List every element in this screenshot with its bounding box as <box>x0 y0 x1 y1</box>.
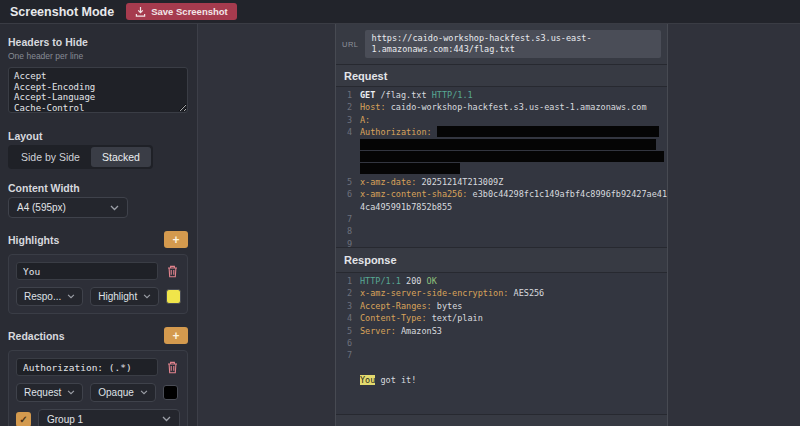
redaction-bar <box>360 139 656 150</box>
url-label: URL <box>342 40 359 49</box>
redaction-group-value: Group 1 <box>47 414 83 425</box>
top-bar: Screenshot Mode Save Screenshot <box>0 0 800 24</box>
layout-toggle-group: Side by Side Stacked <box>8 145 153 169</box>
code-line: 1HTTP/1.1 200 OK <box>336 275 667 287</box>
highlight-style-select[interactable]: Highlight <box>90 287 159 306</box>
code-line: 6 <box>336 337 667 349</box>
code-line: 2Host: caido-workshop-hackfest.s3.us-eas… <box>336 101 667 113</box>
response-code: 1HTTP/1.1 200 OK2x-amz-server-side-encry… <box>336 272 667 415</box>
code-line: 7 <box>336 213 667 225</box>
redaction-target-value: Request <box>24 387 61 398</box>
redaction-enabled-checkbox[interactable]: ✓ <box>16 412 31 426</box>
code-line: 4ca495991b7852b855 <box>336 201 667 213</box>
delete-highlight-button[interactable] <box>165 265 180 278</box>
redaction-group-select[interactable]: Group 1 <box>38 409 180 426</box>
add-highlight-button[interactable]: + <box>164 231 188 248</box>
content-width-label: Content Width <box>8 182 189 194</box>
redaction-bar <box>360 151 664 162</box>
request-code: 1GET /flag.txt HTTP/1.12Host: caido-work… <box>336 86 667 247</box>
request-title: Request <box>344 70 387 82</box>
highlight-rule-card: Respo... Highlight <box>8 254 188 314</box>
headers-to-hide-hint: One header per line <box>8 51 189 61</box>
page-title: Screenshot Mode <box>10 5 114 19</box>
redaction-bar <box>437 126 659 137</box>
chevron-down-icon <box>143 294 151 299</box>
code-line: 8 <box>336 225 667 237</box>
code-line: 6x-amz-content-sha256: e3b0c44298fc1c149… <box>336 188 667 200</box>
chevron-down-icon <box>110 205 119 211</box>
screenshot-preview-panel: URL https://caido-workshop-hackfest.s3.u… <box>335 24 668 426</box>
redactions-section: Redactions + Request <box>8 327 189 426</box>
settings-sidebar: Headers to Hide One header per line Acce… <box>0 24 198 426</box>
highlights-section: Highlights + Respo... <box>8 231 189 314</box>
code-line <box>336 151 667 163</box>
code-line: 7 <box>336 349 667 361</box>
layout-section: Layout Side by Side Stacked <box>8 130 189 169</box>
chevron-down-icon <box>67 390 75 395</box>
code-line: 5Server: AmazonS3 <box>336 325 667 337</box>
url-bar: URL https://caido-workshop-hackfest.s3.u… <box>336 24 667 64</box>
highlight-target-value: Respo... <box>24 291 61 302</box>
response-header: Response <box>336 247 667 272</box>
code-line: 4Authorization: <box>336 126 667 138</box>
code-line: 5x-amz-date: 20251214T213009Z <box>336 176 667 188</box>
headers-to-hide-section: Headers to Hide One header per line Acce… <box>8 36 189 117</box>
headers-to-hide-label: Headers to Hide <box>8 36 189 48</box>
redaction-color-swatch[interactable] <box>163 385 178 400</box>
layout-label: Layout <box>8 130 189 142</box>
code-line: 1GET /flag.txt HTTP/1.1 <box>336 89 667 101</box>
redaction-pattern-input[interactable] <box>16 358 158 376</box>
redaction-rule-card: Request Opaque ✓ Group 1 <box>8 350 188 426</box>
layout-option-stacked[interactable]: Stacked <box>91 147 151 167</box>
highlight-target-select[interactable]: Respo... <box>16 287 83 306</box>
code-line <box>336 362 667 374</box>
save-screenshot-button[interactable]: Save Screenshot <box>126 3 237 20</box>
redaction-bar <box>360 163 460 174</box>
highlight-pattern-input[interactable] <box>16 262 158 280</box>
content-width-select[interactable]: A4 (595px) <box>8 197 128 218</box>
headers-to-hide-textarea[interactable]: Accept Accept-Encoding Accept-Language C… <box>8 67 188 113</box>
chevron-down-icon <box>162 416 171 422</box>
highlight-color-swatch[interactable] <box>166 289 181 304</box>
code-line: 3Accept-Ranges: bytes <box>336 300 667 312</box>
content-width-section: Content Width A4 (595px) <box>8 182 189 218</box>
chevron-down-icon <box>67 294 75 299</box>
code-line <box>336 139 667 151</box>
trash-icon <box>167 361 178 374</box>
request-header: Request <box>336 64 667 86</box>
download-icon <box>135 6 146 17</box>
redaction-target-select[interactable]: Request <box>16 383 83 402</box>
highlight-style-value: Highlight <box>98 291 137 302</box>
trash-icon <box>167 265 178 278</box>
redaction-style-value: Opaque <box>98 387 134 398</box>
add-redaction-button[interactable]: + <box>164 327 188 344</box>
code-line: 9 <box>336 238 667 247</box>
layout-option-side-by-side[interactable]: Side by Side <box>10 147 91 167</box>
code-line: 3A: <box>336 114 667 126</box>
code-line: You got it! <box>336 374 667 386</box>
screenshot-mode-app: Screenshot Mode Save Screenshot Headers … <box>0 0 800 426</box>
redaction-style-select[interactable]: Opaque <box>90 383 156 402</box>
url-value: https://caido-workshop-hackfest.s3.us-ea… <box>365 30 661 58</box>
code-line <box>336 163 667 175</box>
redactions-label: Redactions <box>8 330 65 342</box>
code-line: 4Content-Type: text/plain <box>336 312 667 324</box>
chevron-down-icon <box>140 390 148 395</box>
response-title: Response <box>344 254 397 266</box>
highlights-label: Highlights <box>8 234 59 246</box>
content-width-value: A4 (595px) <box>17 202 66 213</box>
code-line: 2x-amz-server-side-encryption: AES256 <box>336 287 667 299</box>
delete-redaction-button[interactable] <box>165 361 180 374</box>
save-button-label: Save Screenshot <box>151 6 228 17</box>
